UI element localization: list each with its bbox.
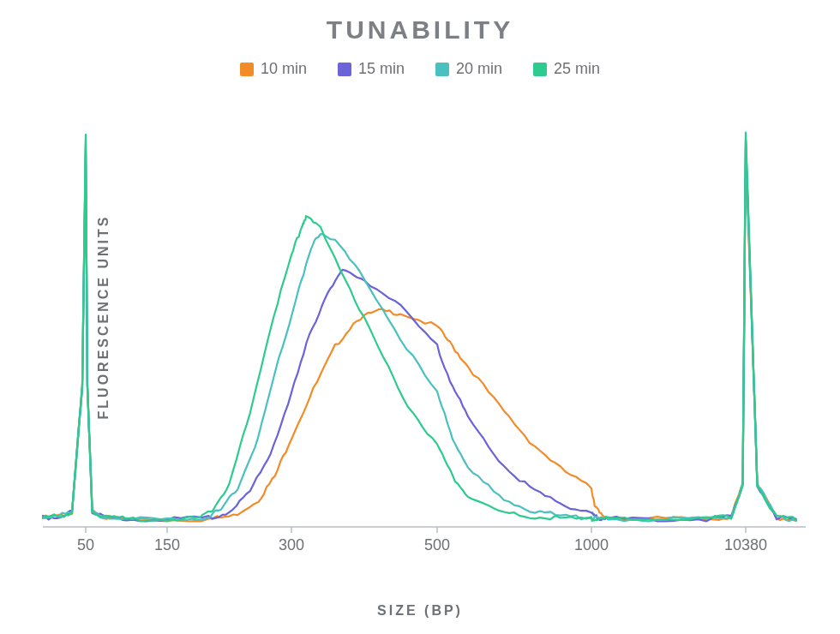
legend-item-20min: 20 min: [435, 60, 502, 78]
series-15-min: [43, 141, 796, 521]
legend-swatch-10min: [240, 63, 254, 76]
chart-title: TUNABILITY: [0, 15, 840, 45]
legend-swatch-15min: [338, 63, 351, 76]
series-group: [43, 133, 796, 522]
legend-label-20min: 20 min: [456, 60, 502, 78]
legend-item-10min: 10 min: [240, 60, 307, 78]
legend: 10 min 15 min 20 min 25 min: [0, 60, 840, 78]
x-axis-label: SIZE (BP): [0, 603, 840, 619]
plot-area: 50150300500100010380: [34, 103, 823, 565]
legend-item-15min: 15 min: [338, 60, 405, 78]
x-tick-label: 10380: [724, 536, 767, 553]
legend-item-25min: 25 min: [533, 60, 600, 78]
x-tick-label: 50: [77, 536, 94, 553]
series-20-min: [43, 138, 796, 521]
x-tick-label: 150: [154, 536, 180, 553]
legend-label-10min: 10 min: [261, 60, 307, 78]
x-tick-label: 500: [424, 536, 450, 553]
x-tick-label: 300: [279, 536, 304, 553]
legend-label-15min: 15 min: [358, 60, 405, 78]
legend-swatch-20min: [435, 63, 449, 76]
x-ticks: 50150300500100010380: [77, 527, 767, 553]
x-tick-label: 1000: [574, 536, 609, 553]
legend-swatch-25min: [533, 63, 547, 76]
series-10-min: [43, 150, 796, 522]
chart-container: TUNABILITY 10 min 15 min 20 min 25 min F…: [0, 0, 840, 634]
legend-label-25min: 25 min: [554, 60, 600, 78]
